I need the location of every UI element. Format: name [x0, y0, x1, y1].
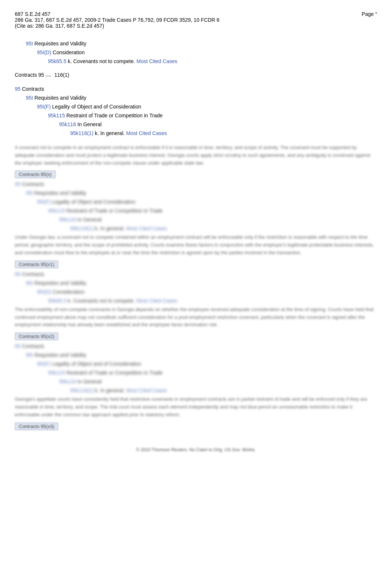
second-headnote-section: 95 Contracts 95I Requisites and Validity… [15, 85, 377, 167]
citation-ref: 286 Ga. 317, 687 S.E.2d 457, 2009-2 Trad… [15, 17, 354, 23]
topic-line-2b: 95I Requisites and Validity [26, 94, 377, 102]
blurred-key-3c: 95k116(1) k. In general. Most Cited Case… [70, 387, 377, 394]
contracts-value: 116(1) [54, 72, 69, 78]
blurred-topic-line-3: 95 Contracts [15, 342, 377, 350]
topic-link-95I-2[interactable]: 95I [26, 95, 33, 101]
footer-text: © 2010 Thomson Reuters. No Claim to Orig… [136, 447, 256, 452]
blurred-sub-topic-2: 95I(F) Legality of Object and Considerat… [37, 198, 377, 206]
key-label-2b: In General [78, 121, 102, 127]
blurred-topic-line-1: 95 Contracts [15, 180, 377, 188]
keynum-badge [45, 75, 51, 77]
key-line-2a: 95k115 Restraint of Trade or Competition… [48, 112, 377, 120]
headnote-block-2: 95 Contracts 95I Requisites and Validity… [15, 85, 377, 137]
blurred-headnote-label-2: Contracts 95(x1) [15, 261, 58, 268]
key-line-1: 95k65.5 k. Covenants not to compete. Mos… [48, 58, 377, 65]
key-label-2a: Restraint of Trade or Competition in Tra… [66, 113, 163, 118]
blurred-text-block-4: Georgia's appellate courts have consiste… [15, 396, 377, 418]
key-line-2b: 95k116 In General [59, 121, 377, 128]
key-line-2c: 95k116(1) k. In general. Most Cited Case… [70, 130, 377, 137]
headnote-block-1: 95I Requisites and Validity 95I(D) Consi… [15, 40, 377, 65]
blurred-topic-block-3: 95 Contracts 95I Requisites and Validity… [15, 342, 377, 394]
key-link-95k115[interactable]: 95k115 [48, 113, 65, 118]
blurred-text-block-1: A covenant not to compete in an employme… [15, 144, 377, 167]
blurred-key-3b: 95k116 In General [59, 378, 377, 386]
key-link-95k65[interactable]: 95k65.5 [48, 58, 66, 64]
key-label-2c: k. In general. [95, 130, 126, 136]
header-section: 687 S.E.2d 457 286 Ga. 317, 687 S.E.2d 4… [15, 7, 377, 29]
blurred-text-block-3: The enforceability of non-compete covena… [15, 306, 377, 329]
topic-label-1: Requisites and Validity [34, 41, 86, 46]
citation-title: 687 S.E.2d 457 [15, 11, 354, 17]
page-footer: © 2010 Thomson Reuters. No Claim to Orig… [15, 447, 377, 452]
topic-link-95I[interactable]: 95I [26, 41, 33, 46]
key-label-1: k. Covenants not to compete. [68, 58, 137, 64]
topic-label-2b: Requisites and Validity [34, 95, 86, 101]
blurred-headnote-label-3: Contracts 95(x2) [15, 332, 58, 340]
first-headnote-section: 95I Requisites and Validity 95I(D) Consi… [15, 40, 377, 65]
blurred-headnote-label-1: Contracts 95(x) [15, 170, 56, 178]
blurred-key-2a: 95k65.5 k. Covenants not to compete. Mos… [48, 297, 377, 305]
blurred-key-1: 95k115 Restraint of Trade or Competition… [48, 207, 377, 215]
cite-as: (Cite as: 286 Ga. 317, 687 S.E.2d 457) [15, 23, 354, 29]
blurred-text-block-2: Under Georgia law, a covenant not to com… [15, 234, 377, 256]
blurred-sub-topic-3b: 95I(F) Legality of Object and of Conside… [37, 360, 377, 368]
blurred-headnote-label-4: Contracts 95(x3) [15, 422, 58, 430]
key-link-95k116[interactable]: 95k116 [59, 121, 76, 127]
most-cited-link-2[interactable]: Most Cited Cases [126, 130, 167, 136]
blurred-sub-topic-2a: 95I Requisites and Validity [26, 279, 377, 287]
blurred-sub-topic-1: 95I Requisites and Validity [26, 189, 377, 197]
topic-line-2a: 95 Contracts [15, 85, 377, 93]
blurred-topic-block-1: 95 Contracts 95I Requisites and Validity… [15, 180, 377, 232]
topic-label-2a: Contracts [22, 86, 44, 92]
header-left: 687 S.E.2d 457 286 Ga. 317, 687 S.E.2d 4… [15, 11, 354, 29]
blurred-headnote-area-3: Contracts 95(x2) 95 Contracts 95I Requis… [15, 332, 377, 418]
blurred-headnote-area-1: Contracts 95(x) 95 Contracts 95I Requisi… [15, 170, 377, 256]
blurred-topic-line-2: 95 Contracts [15, 270, 377, 278]
topic-link-95[interactable]: 95 [15, 86, 21, 92]
blurred-headnote-area-4: Contracts 95(x3) [15, 422, 377, 432]
sub-topic-line-1: 95I(D) Consideration [37, 49, 377, 56]
sub-topic-link-95IF[interactable]: 95I(F) [37, 104, 51, 110]
blurred-sub-topic-2b: 95I(D) Consideration [37, 288, 377, 296]
topic-line-1: 95I Requisites and Validity [26, 40, 377, 48]
sub-topic-line-2: 95I(F) Legality of Object and of Conside… [37, 103, 377, 111]
key-link-95k116-1[interactable]: 95k116(1) [70, 130, 93, 136]
sub-topic-label-2: Legality of Object and of Consideration [52, 104, 141, 110]
blurred-headnote-area-2: Contracts 95(x1) 95 Contracts 95I Requis… [15, 261, 377, 329]
blurred-key-3: 95k116(1) k. In general. Most Cited Case… [70, 225, 377, 232]
blurred-sub-topic-3a: 95I Requisites and Validity [26, 351, 377, 359]
contracts-section: Contracts 95 116(1) [15, 72, 377, 78]
contracts-label: Contracts 95 [15, 72, 44, 78]
header-line: 687 S.E.2d 457 286 Ga. 317, 687 S.E.2d 4… [15, 11, 377, 29]
sub-topic-link-95ID[interactable]: 95I(D) [37, 49, 51, 55]
header-right: Page ° [362, 11, 377, 17]
page-indicator: Page ° [362, 11, 377, 17]
blurred-key-3a: 95k115 Restraint of Trade or Competition… [48, 369, 377, 377]
blurred-key-2: 95k116 In General [59, 216, 377, 224]
most-cited-link-1[interactable]: Most Cited Cases [137, 58, 177, 64]
sub-topic-label-1: Consideration [53, 49, 85, 55]
blurred-topic-block-2: 95 Contracts 95I Requisites and Validity… [15, 270, 377, 305]
